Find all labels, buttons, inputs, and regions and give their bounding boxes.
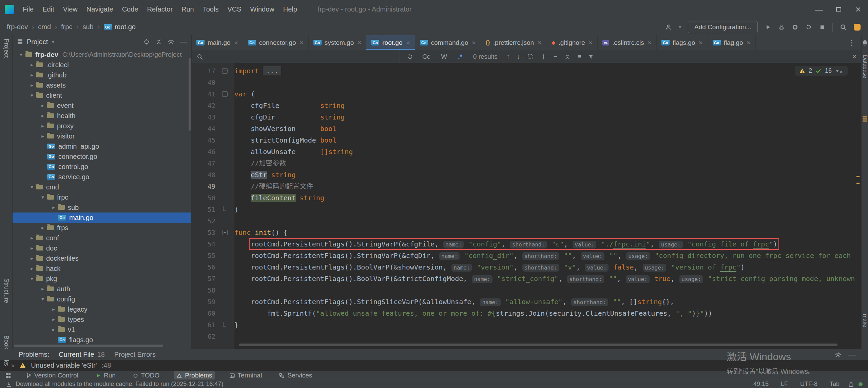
tree-chevron-icon[interactable]: ▸ xyxy=(27,72,36,78)
tree-item[interactable]: Goservice.go xyxy=(13,172,191,182)
tool-window-button-make[interactable]: make xyxy=(862,314,868,327)
tree-item[interactable]: ▸hack xyxy=(13,263,191,274)
line-number[interactable]: 59 xyxy=(192,296,218,308)
menu-item-refactor[interactable]: Refactor xyxy=(142,3,177,15)
caret-position[interactable]: 49:15 xyxy=(749,381,773,388)
tree-chevron-icon[interactable]: ▸ xyxy=(27,62,36,68)
hide-panel-icon[interactable]: — xyxy=(180,37,187,46)
tree-chevron-icon[interactable]: ▾ xyxy=(38,296,47,302)
tree-item[interactable]: Gocontrol.go xyxy=(13,162,191,172)
tree-chevron-icon[interactable]: ▾ xyxy=(27,92,36,98)
tab-close-icon[interactable]: × xyxy=(589,39,593,47)
line-number[interactable]: 61 xyxy=(192,319,218,331)
tree-chevron-icon[interactable]: ▾ xyxy=(17,52,25,58)
next-occurrence-icon[interactable]: ↓ xyxy=(517,53,520,60)
tab-close-icon[interactable]: × xyxy=(747,39,751,47)
line-number[interactable]: 49 xyxy=(192,181,218,192)
code-editor[interactable]: 17−import ...4041−var (42 cfgFile string… xyxy=(192,63,861,349)
line-number[interactable]: 62 xyxy=(192,331,218,342)
stop-button[interactable] xyxy=(819,24,826,31)
tool-window-button-version-control[interactable]: Version Control xyxy=(23,371,81,380)
breadcrumb-item[interactable]: cmd xyxy=(35,23,54,31)
search-history-icon[interactable] xyxy=(407,53,413,60)
code-line[interactable]: 55 rootCmd.PersistentFlags().StringVarP(… xyxy=(192,250,855,261)
tree-item[interactable]: ▾client xyxy=(13,90,191,100)
tree-chevron-icon[interactable]: ▸ xyxy=(38,133,47,139)
code-line[interactable]: 62 xyxy=(192,331,855,342)
tree-chevron-icon[interactable]: ▸ xyxy=(49,316,58,322)
line-number[interactable]: 57 xyxy=(192,273,218,284)
line-number[interactable]: 40 xyxy=(192,77,218,88)
editor-tab[interactable]: ◆.gitignore× xyxy=(546,35,598,50)
fold-marker[interactable]: − xyxy=(218,88,234,100)
menu-item-view[interactable]: View xyxy=(59,3,82,15)
gear-icon[interactable] xyxy=(835,351,842,358)
tool-window-button-services[interactable]: Services xyxy=(276,371,315,380)
swap-search-icon[interactable] xyxy=(564,53,571,60)
tree-item[interactable]: ▾frpc xyxy=(13,192,191,202)
tree-item[interactable]: ▸doc xyxy=(13,243,191,253)
whole-words-toggle[interactable]: W xyxy=(439,52,449,61)
line-number[interactable]: 55 xyxy=(192,250,218,261)
debug-button[interactable] xyxy=(778,24,785,31)
breadcrumb-item[interactable]: frp-dev xyxy=(4,23,31,31)
add-configuration-button[interactable]: Add Configuration... xyxy=(688,21,758,33)
tree-item[interactable]: ▸proxy xyxy=(13,121,191,131)
tab-close-icon[interactable]: × xyxy=(648,39,652,47)
tab-close-icon[interactable]: × xyxy=(234,39,238,47)
tree-item[interactable]: ▸types xyxy=(13,314,191,325)
code-line[interactable]: 42 cfgFile string xyxy=(192,100,855,111)
tab-close-icon[interactable]: × xyxy=(300,39,304,47)
editor-tab[interactable]: Gocommand.go× xyxy=(415,35,481,50)
code-line[interactable]: 51) xyxy=(192,204,855,215)
tree-item[interactable]: ▸event xyxy=(13,100,191,111)
breadcrumb-item[interactable]: sub xyxy=(80,23,96,31)
code-line[interactable]: 50 fileContent string xyxy=(192,192,855,204)
editor-tab[interactable]: {}.prettierrc.json× xyxy=(481,35,547,50)
close-find-icon[interactable]: × xyxy=(852,52,856,61)
menu-item-edit[interactable]: Edit xyxy=(38,3,58,15)
tab-close-icon[interactable]: × xyxy=(538,39,541,47)
tree-item[interactable]: ▸conf xyxy=(13,233,191,243)
project-panel-title[interactable]: Project xyxy=(27,38,48,46)
fold-marker[interactable] xyxy=(218,319,234,331)
code-line[interactable]: 43 cfgDir string xyxy=(192,111,855,123)
tree-item[interactable]: ▸frps xyxy=(13,223,191,233)
tree-chevron-icon[interactable]: ▸ xyxy=(38,103,47,109)
tree-chevron-icon[interactable]: ▸ xyxy=(38,225,47,231)
menu-item-vcs[interactable]: VCS xyxy=(223,3,246,15)
menu-item-navigate[interactable]: Navigate xyxy=(82,3,118,15)
code-line[interactable]: 49 //硬编码的配置文件 xyxy=(192,181,855,192)
tool-window-switcher-icon[interactable] xyxy=(5,372,12,379)
line-number[interactable]: 42 xyxy=(192,100,218,111)
run-button[interactable] xyxy=(765,24,771,31)
tool-window-button-todo[interactable]: TODO xyxy=(130,371,162,380)
code-line[interactable]: 52 xyxy=(192,215,855,227)
tree-item[interactable]: ▸dockerfiles xyxy=(13,253,191,263)
line-number[interactable]: 51 xyxy=(192,204,218,215)
line-number[interactable]: 53 xyxy=(192,227,218,238)
error-stripe-mark[interactable] xyxy=(856,183,860,184)
code-line[interactable]: 41−var ( xyxy=(192,88,855,100)
indent-style[interactable]: Tab xyxy=(826,381,844,388)
editor-tab[interactable]: Gosystem.go× xyxy=(309,35,367,50)
close-button[interactable]: × xyxy=(848,0,868,19)
line-number[interactable]: 58 xyxy=(192,284,218,296)
tab-current-file[interactable]: Current File 18 xyxy=(59,351,105,358)
notifications-bell-icon[interactable] xyxy=(862,39,868,46)
tree-item[interactable]: ▾config xyxy=(13,294,191,304)
expand-chevrons[interactable]: » xyxy=(11,362,15,369)
editor-tab[interactable]: es.eslintrc.cjs× xyxy=(598,35,657,50)
menu-item-tools[interactable]: Tools xyxy=(198,3,223,15)
tree-chevron-icon[interactable]: ▸ xyxy=(38,123,47,129)
line-number[interactable]: 50 xyxy=(192,192,218,204)
code-line[interactable]: 40 xyxy=(192,77,855,88)
tree-chevron-icon[interactable]: ▾ xyxy=(27,184,36,190)
profiler-button[interactable] xyxy=(805,24,812,31)
code-line[interactable]: 61} xyxy=(192,319,855,331)
breadcrumb-item[interactable]: Goroot.go xyxy=(101,23,138,31)
tab-options-icon[interactable]: ⋮ xyxy=(842,35,861,50)
menu-item-help[interactable]: Help xyxy=(279,3,302,15)
code-line[interactable]: 59 rootCmd.PersistentFlags().StringSlice… xyxy=(192,296,855,308)
line-number[interactable]: 56 xyxy=(192,261,218,273)
